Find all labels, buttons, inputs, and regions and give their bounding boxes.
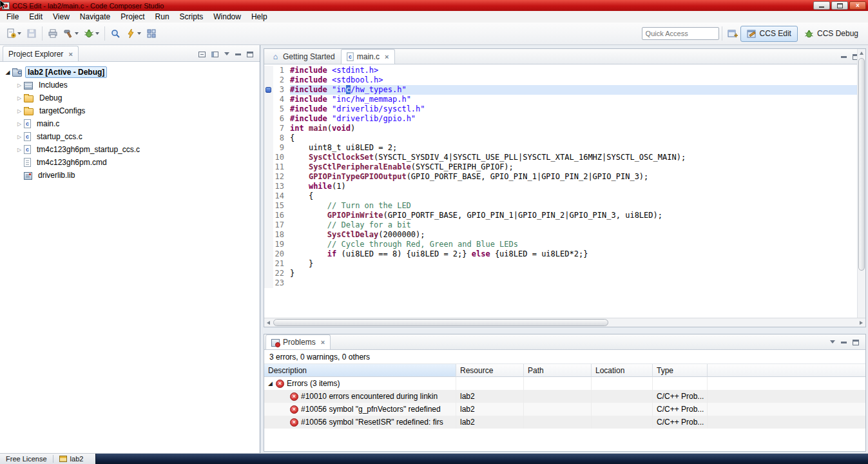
maximize-window-button[interactable] — [831, 1, 848, 10]
menu-project[interactable]: Project — [115, 12, 149, 22]
code-line[interactable]: 12 GPIOPinTypeGPIOOutput(GPIO_PORTF_BASE… — [264, 172, 865, 182]
flash-button[interactable] — [124, 26, 143, 41]
close-window-button[interactable] — [849, 1, 866, 10]
maximize-view-icon[interactable] — [853, 340, 859, 345]
code-line[interactable]: 16 GPIOPinWrite(GPIO_PORTF_BASE, GPIO_PI… — [264, 211, 865, 220]
code-line[interactable]: 22} — [264, 269, 865, 278]
code-line[interactable]: 19 // Cycle through Red, Green and Blue … — [264, 240, 865, 249]
tree-expand-arrow[interactable]: ▷ — [15, 121, 24, 127]
vertical-scrollbar[interactable] — [857, 49, 865, 327]
scroll-right-arrow[interactable] — [857, 318, 865, 327]
tree-item-driverlib-lib[interactable]: driverlib.lib — [0, 169, 260, 182]
code-line[interactable]: 13 while(1) — [264, 182, 865, 191]
tree-item-debug[interactable]: ▷Debug — [0, 92, 260, 104]
minimize-editor-icon[interactable] — [841, 56, 847, 58]
quick-access-input[interactable] — [642, 27, 719, 40]
close-tab-icon[interactable]: × — [385, 53, 389, 61]
problem-row[interactable]: ×#10056 symbol "ResetISR" redefined: fir… — [264, 416, 865, 429]
code-line[interactable]: 18 SysCtlDelay(2000000); — [264, 230, 865, 240]
code-line[interactable]: 6#include "driverlib/gpio.h" — [264, 114, 865, 124]
tree-item-targetconfigs[interactable]: ▷targetConfigs — [0, 104, 260, 117]
tree-item-main-c[interactable]: ▷main.c — [0, 117, 260, 130]
tree-expand-arrow[interactable]: ▷ — [15, 134, 24, 140]
tree-item-tm4c123gh6pm-startup-ccs-c[interactable]: ▷tm4c123gh6pm_startup_ccs.c — [0, 143, 260, 156]
dropdown-caret-icon[interactable] — [17, 32, 21, 35]
perspective-ccs-edit[interactable]: CCS Edit — [740, 26, 798, 42]
code-line[interactable]: 10 SysCtlClockSet(SYSCTL_SYSDIV_4|SYSCTL… — [264, 153, 865, 162]
show-view-button[interactable] — [144, 26, 159, 41]
menu-run[interactable]: Run — [150, 12, 175, 22]
code-line[interactable]: 20 if (ui8LED == 8) {ui8LED = 2;} else {… — [264, 249, 865, 259]
minimize-window-button[interactable] — [813, 1, 830, 10]
menu-view[interactable]: View — [48, 12, 75, 22]
print-button[interactable] — [46, 26, 60, 41]
horizontal-scroll-thumb[interactable] — [273, 319, 608, 326]
expand-arrow-icon[interactable]: ◢ — [268, 380, 273, 387]
minimize-view-icon[interactable] — [235, 53, 241, 55]
menu-scripts[interactable]: Scripts — [175, 12, 209, 22]
close-tab-icon[interactable]: × — [68, 50, 72, 58]
code-line[interactable]: 5#include "driverlib/sysctl.h" — [264, 104, 865, 114]
save-button[interactable] — [24, 26, 39, 41]
tab-project-explorer[interactable]: Project Explorer × — [3, 46, 79, 61]
tree-item-startup-ccs-c[interactable]: ▷startup_ccs.c — [0, 130, 260, 143]
menu-window[interactable]: Window — [208, 12, 246, 22]
trim-item-lab2[interactable]: lab2 — [53, 454, 90, 464]
code-line[interactable]: 4#include "inc/hw_memmap.h" — [264, 95, 865, 104]
code-line[interactable]: 11 SysCtlPeripheralEnable(SYSCTL_PERIPH_… — [264, 162, 865, 172]
vertical-scroll-thumb[interactable] — [858, 58, 865, 271]
build-button[interactable] — [61, 26, 81, 41]
code-area[interactable]: 1#include <stdint.h>2#include <stdbool.h… — [264, 64, 865, 318]
menu-help[interactable]: Help — [246, 12, 273, 22]
search-button[interactable] — [108, 26, 122, 41]
dropdown-caret-icon[interactable] — [95, 32, 99, 35]
problem-row[interactable]: ×#10010 errors encountered during linkin… — [264, 390, 865, 403]
scroll-left-arrow[interactable] — [264, 318, 273, 327]
problem-row[interactable]: ×#10056 symbol "g_pfnVectors" redefinedl… — [264, 403, 865, 416]
close-tab-icon[interactable]: × — [321, 338, 325, 346]
code-line[interactable]: 8{ — [264, 133, 865, 143]
tab-main-c[interactable]: main.c× — [341, 49, 395, 64]
link-with-editor-icon[interactable] — [211, 52, 218, 57]
code-line[interactable]: 9 uint8_t ui8LED = 2; — [264, 143, 865, 153]
column-header-resource[interactable]: Resource — [456, 364, 524, 377]
column-header-type[interactable]: Type — [653, 364, 708, 377]
tree-expand-arrow[interactable]: ▷ — [15, 147, 24, 153]
code-line[interactable]: 15 // Turn on the LED — [264, 201, 865, 211]
perspective-ccs-debug[interactable]: CCS Debug — [798, 26, 865, 42]
view-menu-icon[interactable] — [224, 52, 229, 55]
code-line[interactable]: 23 — [264, 278, 865, 288]
code-line[interactable]: 21 } — [264, 259, 865, 269]
code-line[interactable]: 7int main(void) — [264, 124, 865, 133]
dropdown-caret-icon[interactable] — [137, 32, 141, 35]
tab-getting-started[interactable]: Getting Started — [265, 49, 341, 64]
tree-item-tm4c123gh6pm-cmd[interactable]: tm4c123gh6pm.cmd — [0, 156, 260, 169]
problems-group-row[interactable]: ◢×Errors (3 items) — [264, 377, 865, 390]
tree-expand-arrow[interactable]: ◢ — [3, 69, 12, 75]
view-menu-icon[interactable] — [830, 340, 835, 343]
column-header-location[interactable]: Location — [592, 364, 653, 377]
code-line[interactable]: 17 // Delay for a bit — [264, 220, 865, 230]
open-perspective-button[interactable] — [726, 26, 740, 41]
tree-expand-arrow[interactable]: ▷ — [15, 95, 24, 101]
tree-item-lab2-active-debug[interactable]: ◢lab2 [Active - Debug] — [0, 66, 260, 79]
new-file-button[interactable] — [4, 26, 23, 41]
tab-problems[interactable]: Problems × — [265, 334, 331, 349]
dropdown-caret-icon[interactable] — [75, 32, 79, 35]
column-header-path[interactable]: Path — [524, 364, 592, 377]
debug-button[interactable] — [82, 26, 101, 41]
code-line[interactable]: 2#include <stdbool.h> — [264, 75, 865, 85]
tree-expand-arrow[interactable]: ▷ — [15, 108, 24, 114]
code-line[interactable]: 1#include <stdint.h> — [264, 66, 865, 75]
maximize-view-icon[interactable] — [247, 52, 253, 57]
tree-expand-arrow[interactable]: ▷ — [15, 82, 24, 88]
scroll-up-arrow[interactable] — [858, 49, 865, 57]
collapse-all-icon[interactable] — [198, 52, 206, 57]
code-line[interactable]: 3#include "inc/hw_types.h" — [264, 85, 865, 95]
code-line[interactable]: 14 { — [264, 191, 865, 201]
column-header-description[interactable]: Description — [264, 364, 456, 377]
menu-edit[interactable]: Edit — [24, 12, 48, 22]
menu-navigate[interactable]: Navigate — [75, 12, 115, 22]
tree-item-includes[interactable]: ▷Includes — [0, 79, 260, 92]
minimize-view-icon[interactable] — [841, 342, 847, 343]
